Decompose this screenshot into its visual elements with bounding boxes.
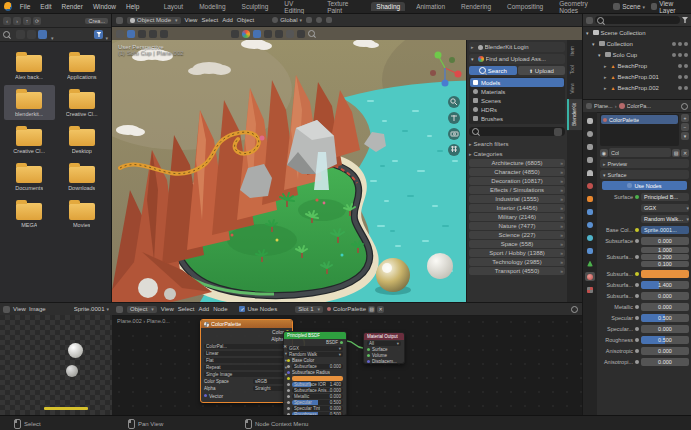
preview-panel-header[interactable]: Preview <box>600 159 689 168</box>
node-canvas[interactable]: Plane.002 › Plane.0... ColorPalette Colo… <box>112 315 582 416</box>
subsurface-method-dropdown[interactable]: Random Walk... <box>641 215 689 223</box>
material-slot[interactable]: ColorPalette <box>601 115 678 124</box>
tab-texture[interactable] <box>585 285 595 294</box>
object-icon[interactable] <box>586 103 592 109</box>
editor-type-icon[interactable] <box>3 306 10 313</box>
tab-modifiers[interactable] <box>585 207 595 216</box>
category-row[interactable]: Interior (14456) <box>469 204 565 212</box>
tab-constraints[interactable] <box>585 246 595 255</box>
subsurface-radius-fields[interactable]: 1.000 0.200 0.100 <box>641 247 689 267</box>
surface-shader-field[interactable]: Principled B... <box>641 193 689 201</box>
tab-upload[interactable]: ⬆Upload <box>518 66 566 75</box>
tab-physics[interactable] <box>585 233 595 242</box>
workspace-tab-sculpting[interactable]: Sculpting <box>237 2 274 11</box>
remove-slot-button[interactable]: − <box>681 123 689 131</box>
category-row[interactable]: Industrial (1555) <box>469 195 565 203</box>
blenderkit-login-header[interactable]: BlenderKit Login <box>469 42 565 52</box>
workspace-tab-rendering[interactable]: Rendering <box>456 2 496 11</box>
outliner-search-input[interactable] <box>595 16 680 24</box>
menu-file[interactable]: File <box>18 3 32 10</box>
image-menu-image[interactable]: Image <box>29 306 46 312</box>
menu-window[interactable]: Window <box>91 3 118 10</box>
bsdf-sss-method[interactable]: Random Walk▾ <box>287 352 343 357</box>
folder-item-selected[interactable]: blenderkit... <box>4 85 55 120</box>
scene-selector[interactable]: Scene <box>613 3 645 10</box>
shading-solid-icon[interactable] <box>275 30 283 38</box>
slot-specials-button[interactable]: ▾ <box>681 132 689 140</box>
display-vertical-list-icon[interactable] <box>16 30 25 39</box>
tab-material[interactable] <box>585 272 595 281</box>
blenderkit-search-input[interactable] <box>469 127 565 136</box>
snap-magnet-icon[interactable] <box>306 17 312 23</box>
tab-view-layer[interactable] <box>585 155 595 164</box>
base-color-link-field[interactable]: Sprite.0001... <box>641 226 689 234</box>
sidebar-tab-blenderkit[interactable]: BlenderKit <box>567 99 582 130</box>
view-layer-selector[interactable]: View Layer <box>651 0 687 14</box>
subsurface-color-swatch[interactable] <box>641 270 689 278</box>
shader-menu-select[interactable]: Select <box>178 306 195 312</box>
outliner-row-collection[interactable]: Collection <box>583 38 691 49</box>
up-icon[interactable]: ↑ <box>23 17 31 25</box>
material-output-node[interactable]: Material Output All▾ Surface Volume Disp… <box>363 332 405 364</box>
anisotropic-field[interactable]: 0.000 <box>641 347 689 355</box>
specular-field[interactable]: 0.500 <box>641 314 689 322</box>
breadcrumb-material[interactable]: ColorPa... <box>627 103 651 109</box>
workspace-tab-uv-editing[interactable]: UV Editing <box>279 0 316 15</box>
refresh-icon[interactable]: ⟳ <box>33 17 41 25</box>
use-nodes-checkbox[interactable]: ✓ Use Nodes <box>239 306 277 312</box>
outliner-row-beachprop-001[interactable]: ▲ BeachProp.001 <box>583 71 691 82</box>
sidebar-tab-view[interactable]: View <box>567 79 582 98</box>
category-row[interactable]: Effects / Simulations <box>469 186 565 194</box>
editor-type-icon[interactable] <box>116 17 123 24</box>
viewport-menu-select[interactable]: Select <box>201 17 218 23</box>
tab-world[interactable] <box>585 181 595 190</box>
output-target-dropdown[interactable]: All▾ <box>367 341 401 346</box>
category-row[interactable]: Sport / Hobby (1388) <box>469 249 565 257</box>
folder-item[interactable]: Creative Cl... <box>4 122 55 157</box>
bsdf-distribution[interactable]: GGX▾ <box>287 346 343 351</box>
folder-item[interactable]: Alex back... <box>4 48 55 83</box>
interpolation-dropdown[interactable]: Linear▾ <box>204 351 289 356</box>
add-slot-button[interactable]: + <box>681 114 689 122</box>
categories-header[interactable]: Categories <box>469 149 565 158</box>
material-name-field[interactable]: Col <box>609 148 671 157</box>
source-dropdown[interactable]: Single Image▾ <box>204 372 289 377</box>
asset-type-scenes[interactable]: Scenes <box>470 96 564 105</box>
tab-particles[interactable] <box>585 220 595 229</box>
workspace-tab-layout[interactable]: Layout <box>159 2 189 11</box>
category-row[interactable]: Decoration (10817) <box>469 177 565 185</box>
folder-item[interactable]: Downloads <box>57 159 108 194</box>
viewport-menu-add[interactable]: Add <box>222 17 233 23</box>
surface-panel-header[interactable]: Surface <box>600 170 689 179</box>
category-row[interactable]: Architecture (6805) <box>469 159 565 167</box>
folder-item[interactable]: Documents <box>4 159 55 194</box>
tab-tool[interactable] <box>585 116 595 125</box>
move-tool-icon[interactable] <box>149 30 157 38</box>
workspace-tab-compositing[interactable]: Compositing <box>502 2 548 11</box>
display-horizontal-list-icon[interactable] <box>27 30 36 39</box>
pin-icon[interactable] <box>681 103 688 110</box>
bsdf-specular-tint[interactable]: Specular Tint0.000 <box>292 406 343 411</box>
workspace-tab-shading[interactable]: Shading <box>371 2 405 11</box>
category-row[interactable]: Technology (2985) <box>469 258 565 266</box>
tab-object[interactable] <box>585 194 595 203</box>
workspace-tab-texture-paint[interactable]: Texture Paint <box>322 0 365 15</box>
material-datablock[interactable]: ColorPalette ▨ ✕ <box>327 306 384 313</box>
select-box-icon[interactable] <box>127 30 135 38</box>
unlink-icon[interactable]: ✕ <box>377 306 384 313</box>
menu-render[interactable]: Render <box>60 3 85 10</box>
asset-type-hdrs[interactable]: HDRs <box>470 105 564 114</box>
viewport-menu-view[interactable]: View <box>185 17 198 23</box>
sidebar-tab-tool[interactable]: Tool <box>567 61 582 78</box>
sidebar-tab-item[interactable]: Item <box>567 42 582 60</box>
material-slot-list[interactable]: ColorPalette <box>600 114 679 146</box>
shader-menu-node[interactable]: Node <box>213 306 227 312</box>
pin-icon[interactable] <box>571 306 578 313</box>
workspace-tab-animation[interactable]: Animation <box>411 2 450 11</box>
fake-user-icon[interactable]: ▨ <box>672 149 680 157</box>
extension-dropdown[interactable]: Repeat▾ <box>204 365 289 370</box>
visibility-toggles[interactable] <box>678 75 688 79</box>
overlays-icon[interactable] <box>253 30 261 38</box>
roughness-field[interactable]: 0.500 <box>641 336 689 344</box>
filter-toggle[interactable] <box>94 26 108 44</box>
